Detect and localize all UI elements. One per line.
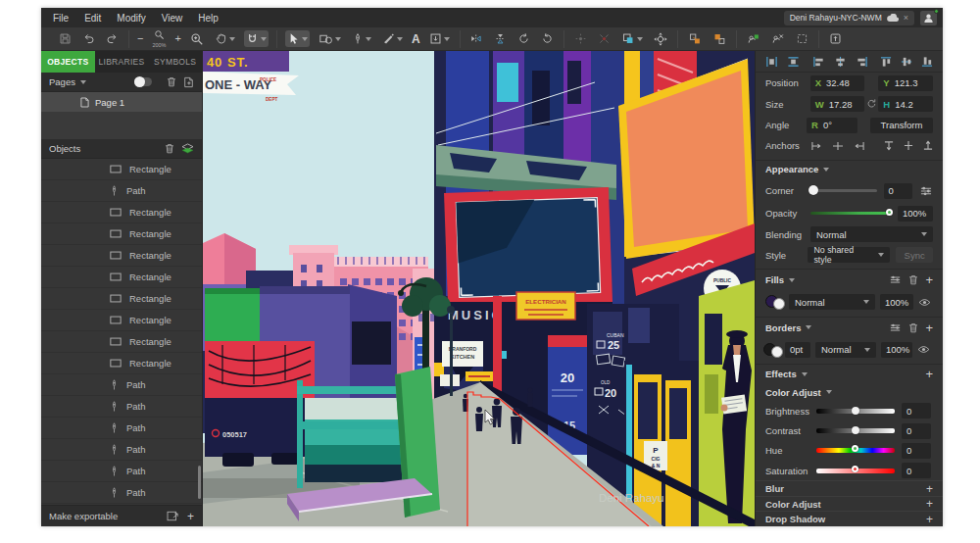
fill-visibility-icon[interactable]	[918, 298, 931, 307]
fills-options-icon[interactable]	[889, 274, 902, 285]
send-backward-icon[interactable]	[686, 30, 704, 47]
zoom-level-indicator[interactable]: 200%	[150, 27, 168, 51]
opacity-value[interactable]: 100%	[898, 206, 933, 222]
size-link-icon[interactable]	[864, 98, 878, 110]
knife-tool-caret[interactable]	[397, 37, 403, 41]
align-center-horizontal-icon[interactable]	[834, 56, 847, 68]
contrast-value[interactable]: 0	[902, 423, 931, 439]
menu-edit[interactable]: Edit	[84, 13, 101, 24]
drop-shadow-shortcut[interactable]: Drop Shadow +	[756, 511, 943, 526]
objects-scrollbar[interactable]	[198, 466, 201, 499]
bring-forward-icon[interactable]	[710, 30, 728, 47]
shape-tool-caret[interactable]	[335, 37, 341, 41]
magnet-tool-caret[interactable]	[261, 37, 267, 41]
anchor-left-icon[interactable]	[810, 141, 822, 151]
import-tool-icon[interactable]	[427, 30, 452, 47]
color-adjust-header[interactable]: Color Adjust	[756, 384, 943, 401]
anchor-center-v-icon[interactable]	[904, 140, 913, 151]
unweld-tool-icon[interactable]	[596, 30, 612, 47]
corner-slider[interactable]	[809, 189, 877, 192]
fills-header[interactable]: Fills +	[756, 270, 943, 290]
border-width-value[interactable]: 0pt	[785, 342, 810, 358]
pointer-tool-icon[interactable]	[285, 30, 310, 47]
distribute-horizontal-icon[interactable]	[765, 56, 778, 68]
object-row[interactable]: Rectangle	[41, 310, 202, 331]
border-blend-dropdown[interactable]: Normal	[815, 342, 876, 358]
object-row[interactable]: Path	[41, 482, 202, 504]
fill-color-swatch[interactable]	[765, 294, 789, 310]
flip-vertical-icon[interactable]	[492, 30, 509, 47]
object-row[interactable]: Rectangle	[41, 159, 202, 180]
transform-button[interactable]: Transform	[870, 118, 933, 133]
hue-value[interactable]: 0	[902, 443, 931, 459]
menu-view[interactable]: View	[162, 13, 183, 24]
border-opacity-value[interactable]: 100%	[881, 342, 912, 358]
delete-object-icon[interactable]	[165, 143, 174, 154]
object-row[interactable]: Path	[41, 396, 202, 418]
canvas-viewport[interactable]: MUSIC BRANFORD KITCHEN	[203, 51, 755, 526]
close-document-icon[interactable]: ×	[904, 13, 908, 23]
make-exportable-bar[interactable]: Make exportable +	[41, 505, 202, 526]
contrast-slider[interactable]	[816, 428, 895, 433]
fills-add-icon[interactable]: +	[925, 272, 933, 287]
weld-tool-icon[interactable]	[572, 30, 589, 47]
shape-tool-icon[interactable]	[317, 30, 343, 47]
hand-tool-icon[interactable]	[213, 30, 237, 47]
saturation-slider[interactable]	[816, 469, 895, 473]
magnet-tool-icon[interactable]	[244, 30, 269, 47]
size-h-field[interactable]: H14.2	[878, 96, 933, 112]
object-row[interactable]: Rectangle	[41, 353, 202, 374]
size-w-field[interactable]: W17.28	[810, 96, 865, 112]
rotate-ccw-icon[interactable]	[515, 30, 532, 47]
border-visibility-icon[interactable]	[917, 345, 930, 354]
tab-libraries[interactable]: LIBRARIES	[95, 51, 149, 73]
redo-icon[interactable]	[104, 30, 121, 47]
object-row[interactable]: Path	[41, 374, 202, 396]
blur-add-icon[interactable]: +	[926, 482, 933, 496]
transform-anchor-icon[interactable]	[652, 30, 669, 48]
export-icon[interactable]	[827, 30, 844, 47]
effects-header[interactable]: Effects +	[756, 365, 943, 383]
align-right-icon[interactable]	[856, 56, 868, 68]
align-bottom-icon[interactable]	[921, 56, 933, 68]
corner-options-icon[interactable]	[919, 185, 933, 197]
style-dropdown[interactable]: No shared style	[808, 247, 890, 263]
pen-tool-icon[interactable]	[350, 30, 373, 47]
object-row[interactable]: Rectangle	[41, 288, 202, 310]
borders-add-icon[interactable]: +	[925, 321, 933, 335]
angle-field[interactable]: R0°	[807, 118, 858, 133]
undo-icon[interactable]	[80, 30, 97, 47]
document-tab[interactable]: Deni Rahayu-NYC-NWM ×	[784, 11, 914, 25]
distribute-vertical-icon[interactable]	[787, 56, 800, 68]
zoom-out-icon[interactable]: −	[137, 33, 143, 44]
save-icon[interactable]	[57, 30, 74, 47]
object-row[interactable]: Rectangle	[41, 267, 202, 288]
position-x-field[interactable]: X32.48	[810, 75, 865, 91]
text-tool-icon[interactable]: A	[412, 33, 420, 45]
zoom-tool-icon[interactable]	[188, 30, 206, 48]
align-left-icon[interactable]	[812, 56, 825, 68]
border-color-swatch[interactable]	[763, 342, 785, 358]
flip-horizontal-icon[interactable]	[468, 30, 485, 47]
create-symbol-icon[interactable]	[745, 30, 762, 47]
borders-header[interactable]: Borders +	[756, 318, 943, 338]
pages-caret-icon[interactable]	[80, 80, 86, 84]
fills-trash-icon[interactable]	[908, 274, 918, 285]
tab-symbols[interactable]: SYMBOLS	[148, 51, 202, 73]
add-export-icon[interactable]: +	[187, 510, 194, 523]
object-row[interactable]: Path	[41, 439, 202, 461]
menu-file[interactable]: File	[53, 13, 69, 24]
object-row[interactable]: Path	[41, 418, 202, 439]
tab-objects[interactable]: OBJECTS	[41, 51, 95, 73]
anchor-top-icon[interactable]	[884, 140, 894, 151]
borders-options-icon[interactable]	[889, 322, 902, 333]
blur-shortcut[interactable]: Blur +	[756, 480, 943, 496]
pointer-tool-caret[interactable]	[302, 37, 308, 41]
saturation-value[interactable]: 0	[902, 463, 931, 478]
add-page-icon[interactable]	[183, 76, 194, 88]
object-row[interactable]: Rectangle	[41, 202, 202, 223]
pages-toggle[interactable]	[134, 77, 152, 86]
opacity-slider[interactable]	[810, 212, 891, 215]
object-row[interactable]: Rectangle	[41, 331, 202, 353]
drop-shadow-add-icon[interactable]: +	[926, 513, 933, 526]
